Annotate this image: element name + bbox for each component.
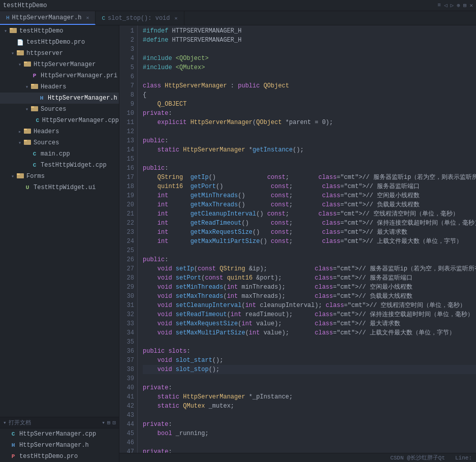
tree-arrow: ▸: [16, 129, 23, 135]
tree-label: Headers: [34, 128, 59, 135]
tree-icon-folder-open: [23, 138, 31, 147]
tree-icon-file-cpp: C: [30, 162, 39, 168]
tree-arrow: ▾: [23, 84, 30, 90]
code-line: [143, 438, 476, 447]
open-doc-item-HttpServerManager-h[interactable]: HHttpServerManager.h: [0, 440, 119, 451]
open-doc-item-testHttpDemo-pro[interactable]: PtestHttpDemo.pro: [0, 451, 119, 462]
line-number: 3: [119, 45, 134, 54]
tab-close-h[interactable]: ✕: [86, 15, 89, 21]
tree-item-sources[interactable]: ▾Sources: [0, 137, 119, 148]
line-number: 43: [119, 411, 134, 420]
code-line: int getMaxMultiPartSize() const; class="…: [143, 237, 476, 246]
open-doc-label: testHttpDemo.pro: [19, 453, 78, 460]
code-line: #include <QObject>: [143, 54, 476, 63]
tree-label: TestHttpWidget.ui: [34, 184, 96, 191]
tree-item-forms[interactable]: ▾Forms: [0, 171, 119, 182]
line-number: 6: [119, 72, 134, 81]
layout-icon[interactable]: ⊞: [463, 2, 467, 9]
code-line: private:: [143, 447, 476, 453]
tab-httpservermanager-h[interactable]: H HttpServerManager.h ✕: [0, 11, 96, 25]
tree-item-httpservermanager.h[interactable]: HHttpServerManager.h: [0, 93, 119, 104]
tree-item-httpservermanager.pri[interactable]: PHttpServerManager.pri: [0, 70, 119, 81]
tree-item-httpservermanager.cpp[interactable]: CHttpServerManager.cpp: [0, 115, 119, 126]
tab-slot-stop[interactable]: C slot_stop(): void ✕: [96, 11, 184, 25]
code-line: void setReadTimeout(int readTimeout); cl…: [143, 310, 476, 319]
line-number: 40: [119, 383, 134, 392]
code-line: quint16 getPort() const; class="cmt">// …: [143, 182, 476, 191]
open-doc-label: HttpServerManager.h: [19, 442, 89, 449]
tree-icon-folder-open: [30, 105, 39, 114]
line-number: 12: [119, 127, 134, 136]
editor-area: 1234567891011121314151617181920212223242…: [119, 25, 476, 462]
line-numbers: 1234567891011121314151617181920212223242…: [119, 25, 138, 453]
menu-icon[interactable]: ≡: [437, 2, 441, 9]
code-line: void setMinThreads(int minThreads); clas…: [143, 283, 476, 292]
tree-item-httpserver[interactable]: ▾httpserver: [0, 48, 119, 59]
code-line: public:: [143, 255, 476, 264]
line-number: 25: [119, 246, 134, 255]
svg-rect-13: [24, 140, 27, 141]
open-doc-item-HttpServerManager-cpp[interactable]: CHttpServerManager.cpp: [0, 428, 119, 440]
top-bar: testHttpDemo ≡ ◁ ▷ ⊕ ⊞ ✕: [0, 0, 476, 11]
line-number: 17: [119, 173, 134, 182]
tab-icon-h: H: [6, 15, 10, 21]
tree-label: TestHttpWidget.cpp: [41, 162, 107, 169]
line-number: 4: [119, 54, 134, 63]
tree-label: HttpServerManager.pri: [41, 72, 117, 79]
code-line: void slot_stop();: [143, 365, 476, 374]
line-number: 35: [119, 337, 134, 347]
line-number: 36: [119, 347, 134, 356]
svg-rect-5: [24, 61, 27, 63]
tree-label: testHttpDemo.pro: [26, 39, 85, 46]
tab-label-cpp: slot_stop(): void: [108, 15, 170, 22]
tree-arrow: ▾: [16, 140, 23, 146]
tab-close-cpp[interactable]: ✕: [175, 15, 178, 21]
code-line: private:: [143, 383, 476, 392]
tree-item-headers[interactable]: ▸Headers: [0, 126, 119, 137]
open-docs-icon1[interactable]: ▾: [102, 419, 105, 426]
tree-icon-folder-open: [16, 172, 24, 181]
code-line: public slots:: [143, 347, 476, 356]
tree-label: Sources: [41, 106, 66, 113]
tree-item-testhttpdemo.pro[interactable]: 📄testHttpDemo.pro: [0, 37, 119, 48]
tree-icon-folder-open: [23, 60, 31, 69]
tree-item-sources[interactable]: ▾Sources: [0, 104, 119, 115]
bottom-bar: CSDN @长沙红胖子Qt Line:: [119, 453, 476, 462]
line-number: 47: [119, 447, 134, 453]
code-line: private:: [143, 109, 476, 118]
tree-item-testhttpdemo[interactable]: ▾testHttpDemo: [0, 25, 119, 37]
tab-label-h: HttpServerManager.h: [12, 14, 82, 21]
tree-label: Forms: [26, 173, 45, 180]
tree-label: HttpServerManager: [34, 61, 96, 68]
code-line: [143, 374, 476, 383]
tree-item-testhttpwidget.ui[interactable]: UTestHttpWidget.ui: [0, 182, 119, 193]
tree-item-testhttpwidget.cpp[interactable]: CTestHttpWidget.cpp: [0, 160, 119, 171]
tree-label: main.cpp: [41, 150, 70, 158]
line-number: 2: [119, 36, 134, 45]
add-icon[interactable]: ⊕: [457, 2, 460, 9]
tree-label: Headers: [41, 83, 66, 90]
open-docs-icon3[interactable]: ⊡: [112, 419, 116, 426]
open-docs-icon2[interactable]: ⊞: [107, 419, 111, 426]
back-icon[interactable]: ◁: [444, 2, 448, 9]
tree-icon-file-pro: 📄: [16, 39, 24, 46]
code-line: bool _running;: [143, 429, 476, 438]
close-icon[interactable]: ✕: [469, 2, 473, 9]
code-line: void setMaxMultiPartSize(int value); cla…: [143, 328, 476, 337]
line-number: 11: [119, 118, 134, 127]
code-view[interactable]: 1234567891011121314151617181920212223242…: [119, 25, 476, 453]
code-line: [143, 45, 476, 54]
line-number: 16: [119, 164, 134, 173]
tree-item-main.cpp[interactable]: Cmain.cpp: [0, 148, 119, 160]
code-content[interactable]: #ifndef HTTPSERVERMANAGER_H#define HTTPS…: [138, 25, 476, 453]
code-line: [143, 337, 476, 347]
open-doc-icon: H: [9, 442, 17, 448]
line-number: 23: [119, 228, 134, 237]
code-line: #ifndef HTTPSERVERMANAGER_H: [143, 26, 476, 36]
line-number: 10: [119, 109, 134, 118]
tree-item-headers[interactable]: ▾Headers: [0, 81, 119, 93]
line-number: 32: [119, 310, 134, 319]
forward-icon[interactable]: ▷: [451, 2, 454, 9]
tree-item-httpservermanager[interactable]: ▾HttpServerManager: [0, 59, 119, 70]
project-title: testHttpDemo: [3, 2, 47, 9]
